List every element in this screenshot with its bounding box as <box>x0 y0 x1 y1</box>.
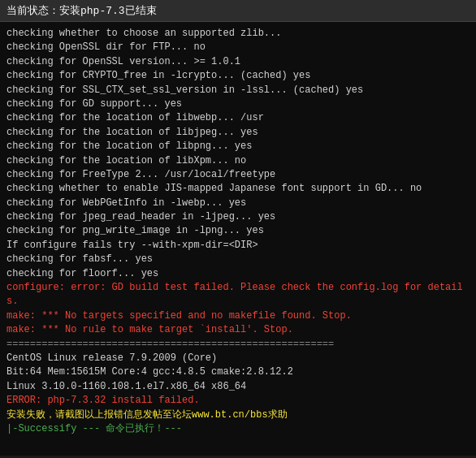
terminal-line: checking for the location of libjpeg... … <box>6 126 470 140</box>
terminal-line: checking for SSL_CTX_set_ssl_version in … <box>6 84 470 97</box>
terminal-line: 安装失败，请截图以上报错信息发帖至论坛www.bt.cn/bbs求助 <box>6 408 470 422</box>
status-label: 当前状态： <box>6 5 59 17</box>
terminal-line: checking for FreeType 2... /usr/local/fr… <box>6 168 470 182</box>
terminal-line: |-Successify --- 命令已执行！--- <box>6 422 470 436</box>
terminal-line: configure: error: GD build test failed. … <box>6 281 470 309</box>
terminal-line: ERROR: php-7.3.32 install failed. <box>6 394 470 408</box>
terminal: checking whether to choose an supported … <box>0 22 476 456</box>
terminal-line: make: *** No targets specified and no ma… <box>6 309 470 323</box>
terminal-line: make: *** No rule to make target `instal… <box>6 323 470 337</box>
terminal-line: checking for OpenSSL version... >= 1.0.1 <box>6 55 470 69</box>
terminal-line: checking for the location of libwebp... … <box>6 111 470 125</box>
terminal-line: checking whether to enable JIS-mapped Ja… <box>6 182 470 196</box>
terminal-line: If configure fails try --with-xpm-dir=<D… <box>6 239 470 253</box>
terminal-line: ========================================… <box>6 338 470 352</box>
terminal-line: checking for floorf... yes <box>6 267 470 281</box>
terminal-line: checking for GD support... yes <box>6 97 470 111</box>
terminal-line: CentOS Linux release 7.9.2009 (Core) <box>6 352 470 365</box>
terminal-line: checking for png_write_image in -lpng...… <box>6 224 470 238</box>
terminal-line: checking for WebPGetInfo in -lwebp... ye… <box>6 197 470 210</box>
status-value: 安装php-7.3已结束 <box>59 5 157 17</box>
terminal-line: Bit:64 Mem:15615M Core:4 gcc:4.8.5 cmake… <box>6 365 470 379</box>
terminal-line: checking for the location of libXpm... n… <box>6 154 470 168</box>
terminal-line: checking for CRYPTO_free in -lcrypto... … <box>6 69 470 83</box>
terminal-line: checking for the location of libpng... y… <box>6 140 470 153</box>
terminal-line: checking OpenSSL dir for FTP... no <box>6 41 470 54</box>
terminal-line: checking whether to choose an supported … <box>6 27 470 41</box>
terminal-line: checking for fabsf... yes <box>6 253 470 266</box>
status-bar: 当前状态：安装php-7.3已结束 <box>0 0 476 22</box>
terminal-line: Linux 3.10.0-1160.108.1.el7.x86_64 x86_6… <box>6 380 470 394</box>
terminal-line: checking for jpeg_read_header in -ljpeg.… <box>6 210 470 224</box>
